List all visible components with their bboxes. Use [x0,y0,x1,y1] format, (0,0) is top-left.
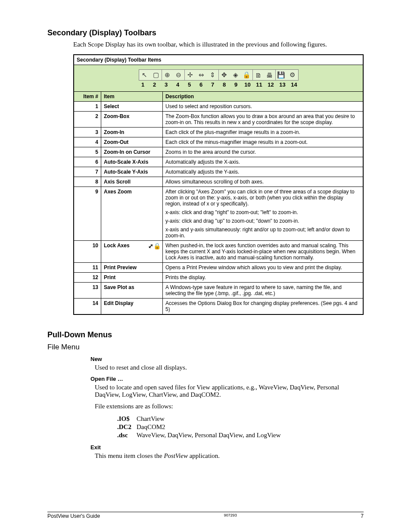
preview-icon: 🗎 [253,70,264,80]
row-num: 8 [74,177,101,187]
row-item: Zoom-Out [101,137,163,147]
axes-zoom-icon: ◈ [230,70,241,80]
row-num: 4 [74,137,101,147]
table-row: 7Auto-Scale Y-AxisAutomatically adjusts … [74,167,363,177]
row-desc: Zooms in to the area around the cursor. [163,147,364,157]
row-item: Edit Display [101,299,163,315]
row-item: Select [101,102,163,112]
row-item: Zoom-In on Cursor [101,147,163,157]
table-row: 9Axes ZoomAfter clicking "Axes Zoom" you… [74,187,363,241]
table-title: Secondary (Display) Toolbar Items [74,55,363,65]
row-item: Zoom-In [101,128,163,137]
table-row: 5Zoom-In on CursorZooms in to the area a… [74,147,363,157]
row-item: Print [101,273,163,283]
row-item: Auto-Scale X-Axis [101,157,163,167]
print-icon: 🖶 [264,70,275,80]
edit-icon: ⚙ [287,70,298,80]
row-desc: After clicking "Axes Zoom" you can click… [163,187,364,241]
row-num: 13 [74,283,101,299]
menu-open-title: Open File … [90,376,364,382]
row-item: Auto-Scale Y-Axis [101,167,163,177]
table-row: 11Print PreviewOpens a Print Preview win… [74,263,363,273]
row-desc: Automatically adjusts the X-axis. [163,157,364,167]
table-row: 3Zoom-InEach click of the plus-magnifier… [74,128,363,137]
col-header-num: Item # [74,92,101,102]
toolbar-num: 13 [277,81,288,88]
file-extensions-table: .IO$ChartView.DC2DaqCOM2.dscWaveView, Da… [116,414,286,440]
ext-row: .DC2DaqCOM2 [117,423,285,431]
row-num: 9 [74,187,101,241]
menu-open-desc2: File extensions are as follows: [95,403,364,410]
row-num: 3 [74,128,101,137]
row-num: 5 [74,147,101,157]
toolbar-items-table: Secondary (Display) Toolbar Items ↖▢⊕⊖✢⇔… [73,54,364,315]
menu-exit-desc: This menu item closes the PostView appli… [95,452,364,460]
table-row: 4Zoom-OutEach click of the minus-magnifi… [74,137,363,147]
toolbar-num: 5 [184,81,195,88]
row-num: 1 [74,102,101,112]
toolbar-num: 7 [207,81,218,88]
row-num: 10 [74,241,101,263]
table-row: 1SelectUsed to select and reposition cur… [74,102,363,112]
toolbar-num: 9 [230,81,242,88]
save-icon: 💾 [276,70,287,80]
row-desc: Used to select and reposition cursors. [163,102,364,112]
row-desc: Opens a Print Preview window which allow… [163,263,364,273]
ext-row: .dscWaveView, DaqView, Personal DaqView,… [117,432,285,439]
row-num: 11 [74,263,101,273]
row-num: 6 [74,157,101,167]
section-heading-2: Pull-Down Menus [47,330,364,339]
ext-row: .IO$ChartView [117,415,285,423]
lock-axes-icon: ⤢🔒 [148,243,161,249]
table-row: 13Save Plot asA Windows-type save featur… [74,283,363,299]
toolbar-num: 12 [265,81,277,88]
zoom-out-icon: ⊖ [173,70,184,80]
menu-new-title: New [90,356,364,362]
toolbar-num: 1 [137,81,149,88]
scroll-icon: ✥ [219,70,230,80]
row-item: Zoom-Box [101,112,163,128]
toolbar-num: 6 [195,81,207,88]
lock-icon: 🔒 [241,70,252,80]
table-row: 8Axis ScrollAllows simultaneous scrollin… [74,177,363,187]
table-row: 6Auto-Scale X-AxisAutomatically adjusts … [74,157,363,167]
row-item: Save Plot as [101,283,163,299]
menu-exit-title: Exit [90,444,364,451]
toolbar-image: ↖▢⊕⊖✢⇔⇕✥◈🔒🗎🖶💾⚙ [77,67,360,81]
toolbar-num: 11 [253,81,265,88]
row-desc: When pushed-in, the lock axes function o… [163,241,364,263]
row-item: Print Preview [101,263,163,273]
ext-app: ChartView [137,415,285,423]
toolbar-num: 10 [242,81,253,88]
ext-code: .DC2 [117,423,136,431]
col-header-desc: Description [163,92,364,102]
row-num: 2 [74,112,101,128]
row-num: 12 [74,273,101,283]
row-num: 14 [74,299,101,315]
table-row: 14Edit DisplayAccesses the Options Dialo… [74,299,363,315]
row-desc: Accesses the Options Dialog Box for chan… [163,299,364,315]
row-desc: Automatically adjusts the Y-axis. [163,167,364,177]
ext-code: .IO$ [117,415,136,423]
select-icon: ↖ [139,70,150,80]
menu-open-desc1: Used to locate and open saved files for … [95,384,364,398]
table-row: 2Zoom-BoxThe Zoom-Box function allows yo… [74,112,363,128]
subsection-heading: File Menu [47,343,364,352]
row-desc: A Windows-type save feature in regard to… [163,283,364,299]
row-desc: The Zoom-Box function allows you to draw… [163,112,364,128]
cursor-zoom-icon: ✢ [185,70,196,80]
row-desc: Each click of the minus-magnifier image … [163,137,364,147]
row-item: Axis Scroll [101,177,163,187]
toolbar-num: 14 [288,81,300,88]
row-desc: Allows simultaneous scrolling of both ax… [163,177,364,187]
row-item: Lock Axes⤢🔒 [101,241,163,263]
ext-app: DaqCOM2 [137,423,285,431]
table-row: 10Lock Axes⤢🔒When pushed-in, the lock ax… [74,241,363,263]
ext-app: WaveView, DaqView, Personal DaqView, and… [137,432,285,439]
ext-code: .dsc [117,432,136,439]
scale-x-icon: ⇔ [196,70,207,80]
col-header-item: Item [101,92,163,102]
toolbar-num: 4 [172,81,184,88]
box-icon: ▢ [150,70,162,80]
toolbar-num: 8 [218,81,230,88]
